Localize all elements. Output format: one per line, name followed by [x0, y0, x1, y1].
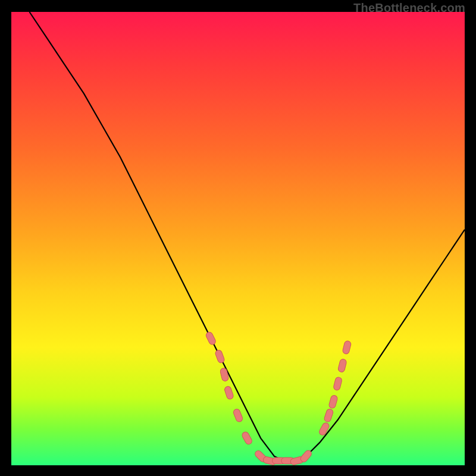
curve-marker — [241, 431, 253, 446]
curve-marker — [333, 377, 343, 391]
curve-svg — [11, 12, 465, 465]
curve-marker — [328, 394, 339, 409]
curve-markers — [205, 331, 351, 465]
chart-container: TheBottleneck.com — [0, 0, 476, 476]
curve-marker — [205, 331, 217, 346]
curve-marker — [224, 386, 234, 400]
curve-marker — [233, 408, 243, 423]
plot-area — [11, 12, 465, 465]
curve-marker — [318, 422, 330, 437]
curve-marker — [220, 368, 229, 382]
curve-marker — [342, 340, 352, 355]
curve-marker — [337, 358, 347, 372]
curve-marker — [324, 408, 334, 422]
bottleneck-curve — [30, 12, 465, 461]
curve-marker — [214, 349, 225, 364]
